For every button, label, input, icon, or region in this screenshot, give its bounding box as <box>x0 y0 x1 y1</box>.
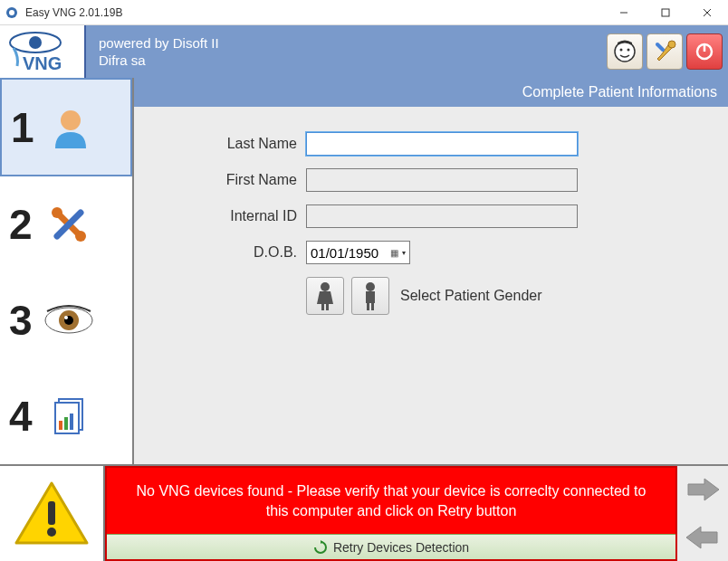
last-name-label: Last Name <box>152 136 306 152</box>
warning-box <box>0 466 105 561</box>
logo: VNG <box>0 25 86 78</box>
female-icon <box>313 280 337 311</box>
face-icon <box>612 39 637 64</box>
svg-point-10 <box>620 49 623 52</box>
step-4[interactable]: 4 <box>0 369 132 464</box>
svg-rect-35 <box>48 501 55 525</box>
internal-id-label: Internal ID <box>152 208 306 224</box>
svg-point-11 <box>627 49 630 52</box>
first-name-input[interactable] <box>306 168 578 192</box>
male-icon <box>359 280 382 311</box>
gender-male-button[interactable] <box>351 277 389 315</box>
step-number: 2 <box>9 200 33 249</box>
svg-rect-31 <box>366 291 375 303</box>
next-button[interactable] <box>677 466 728 514</box>
svg-text:VNG: VNG <box>23 53 62 73</box>
chevron-down-icon: ▾ <box>402 249 406 257</box>
svg-rect-33 <box>371 303 374 310</box>
dob-value: 01/01/1950 <box>311 245 378 261</box>
svg-point-27 <box>321 282 330 291</box>
svg-point-12 <box>668 41 675 48</box>
prev-button[interactable] <box>677 514 728 562</box>
tools-icon <box>42 197 96 252</box>
svg-rect-3 <box>662 9 669 16</box>
step-number: 3 <box>9 296 33 345</box>
gender-female-button[interactable] <box>306 277 344 315</box>
svg-point-17 <box>75 231 86 242</box>
svg-point-21 <box>64 316 68 319</box>
step-3[interactable]: 3 <box>0 273 132 369</box>
app-icon <box>4 5 20 21</box>
error-message: No VNG devices found - Please verify tha… <box>107 468 675 534</box>
arrow-right-icon <box>685 476 721 503</box>
wrench-icon <box>652 39 677 64</box>
header-user-button[interactable] <box>607 33 643 70</box>
dob-picker[interactable]: 01/01/1950 ▦ ▾ <box>306 241 410 264</box>
header-line2: Difra sa <box>99 52 219 69</box>
titlebar: Easy VNG 2.01.19B <box>0 0 728 25</box>
step-1[interactable]: 1 <box>0 78 132 176</box>
svg-rect-32 <box>367 303 369 310</box>
svg-point-36 <box>47 528 56 537</box>
report-icon <box>42 389 96 443</box>
first-name-label: First Name <box>152 172 306 188</box>
svg-rect-24 <box>59 421 62 430</box>
gender-hint: Select Patient Gender <box>400 288 542 304</box>
svg-marker-39 <box>686 527 717 548</box>
calendar-icon: ▦ <box>390 248 398 258</box>
alert-box: No VNG devices found - Please verify tha… <box>105 466 677 561</box>
form-banner: Complete Patient Informations <box>134 78 728 107</box>
dob-label: D.O.B. <box>152 244 306 261</box>
header-settings-button[interactable] <box>647 33 683 70</box>
retry-button[interactable]: Retry Devices Detection <box>107 534 675 559</box>
step-number: 4 <box>9 392 33 441</box>
step-2[interactable]: 2 <box>0 176 132 272</box>
last-name-input[interactable] <box>306 132 578 156</box>
header-line1: powered by Disoft II <box>99 34 219 52</box>
window-title: Easy VNG 2.01.19B <box>25 6 122 19</box>
svg-point-30 <box>366 282 375 291</box>
svg-rect-28 <box>321 304 324 310</box>
app-header: VNG powered by Disoft II Difra sa <box>0 25 728 78</box>
internal-id-input[interactable] <box>306 204 578 228</box>
svg-point-1 <box>9 10 14 15</box>
svg-rect-29 <box>326 304 329 310</box>
step-number: 1 <box>11 103 34 152</box>
refresh-icon <box>313 540 328 555</box>
svg-rect-25 <box>64 417 68 430</box>
power-icon <box>694 41 715 62</box>
svg-point-16 <box>52 207 62 218</box>
sidebar: 1 2 3 4 <box>0 78 134 464</box>
minimize-button[interactable] <box>603 0 645 25</box>
header-text: powered by Disoft II Difra sa <box>86 34 219 69</box>
retry-label: Retry Devices Detection <box>333 540 469 555</box>
eye-icon <box>42 293 96 347</box>
arrow-left-icon <box>685 524 721 551</box>
svg-point-7 <box>29 36 42 49</box>
warning-icon <box>11 478 92 550</box>
user-icon <box>43 100 98 155</box>
header-power-button[interactable] <box>686 33 723 70</box>
svg-marker-38 <box>688 479 719 500</box>
svg-rect-26 <box>70 414 73 430</box>
form-body: Last Name First Name Internal ID D.O.B. … <box>134 107 728 464</box>
svg-point-15 <box>61 110 81 130</box>
maximize-button[interactable] <box>645 0 686 25</box>
nav-column <box>677 466 728 561</box>
close-button[interactable] <box>686 0 728 25</box>
